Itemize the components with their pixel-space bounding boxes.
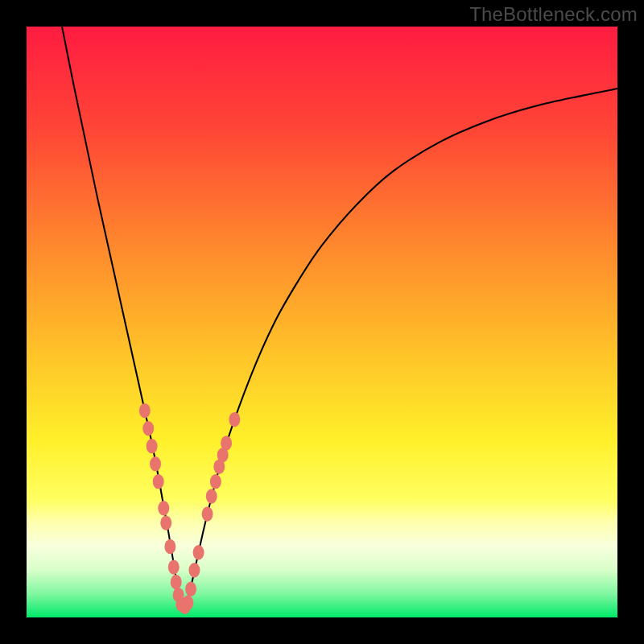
- marker-point: [147, 439, 158, 453]
- marker-point: [168, 559, 180, 574]
- plot-area: [27, 27, 617, 617]
- marker-point: [139, 403, 151, 418]
- marker-group: [139, 403, 241, 614]
- marker-point: [164, 539, 175, 554]
- marker-point: [182, 595, 193, 609]
- marker-point: [142, 421, 154, 436]
- marker-point: [229, 412, 240, 427]
- watermark-text: TheBottleneck.com: [469, 3, 638, 26]
- marker-point: [158, 501, 169, 515]
- marker-point: [206, 489, 217, 503]
- marker-point: [171, 575, 182, 589]
- chart-svg: [27, 27, 617, 617]
- marker-point: [221, 436, 232, 450]
- marker-point: [160, 515, 171, 530]
- marker-point: [210, 474, 221, 489]
- marker-point: [202, 506, 213, 521]
- marker-point: [185, 582, 196, 597]
- marker-point: [153, 474, 164, 489]
- curve-right: [186, 89, 617, 605]
- marker-point: [193, 545, 204, 559]
- chart-frame: TheBottleneck.com: [0, 0, 644, 644]
- marker-point: [150, 456, 161, 471]
- marker-point: [188, 563, 200, 577]
